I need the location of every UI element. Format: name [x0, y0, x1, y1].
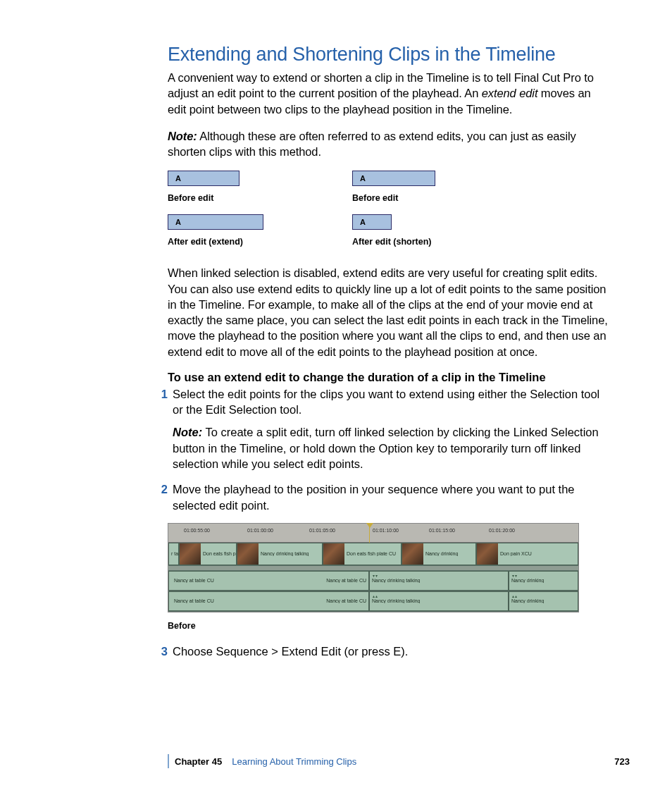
clip-name: Nancy drinking — [509, 598, 546, 603]
note-label: Note: — [168, 130, 197, 142]
clip-after-shorten: A After edit (shorten) — [352, 214, 432, 247]
audio-clip: Nancy at table CU Nancy at table CU — [168, 591, 369, 611]
clip-name: Don eats fish plate CU — [344, 551, 398, 556]
step-number: 2 — [156, 481, 173, 513]
audio-clip: ▾▾ Nancy drinking talking — [369, 571, 509, 591]
step-text: Select the edit points for the clips you… — [173, 386, 609, 418]
page-footer: Chapter 45 Learning About Trimming Clips… — [168, 754, 630, 768]
timecode: 01:01:00:00 — [247, 528, 273, 533]
clip-diagram-row-before: A Before edit A Before edit — [168, 171, 609, 203]
clip-label: A — [175, 218, 181, 226]
clip-caption: After edit (shorten) — [352, 237, 432, 247]
clip-thumbnail-icon — [180, 543, 201, 565]
note-label: Note: — [173, 426, 202, 438]
audio-clip: ▴▴ Nancy drinking talking — [369, 591, 509, 611]
timeline-ruler: 01:00:55:00 01:01:00:00 01:01:05:00 01:0… — [168, 524, 578, 543]
paragraph-split-edits: When linked selection is disabled, exten… — [168, 265, 609, 359]
clip-thumbnail-icon — [477, 543, 498, 565]
intro-paragraph: A convenient way to extend or shorten a … — [168, 70, 609, 117]
step-1: 1 Select the edit points for the clips y… — [168, 386, 609, 472]
step-2: 2 Move the playhead to the position in y… — [168, 481, 609, 513]
clip-name-end: Nancy at table CU — [324, 578, 368, 583]
track-divider — [168, 566, 578, 571]
clip-caption: Before edit — [352, 193, 435, 203]
section-title: Extending and Shortening Clips in the Ti… — [168, 44, 609, 66]
clip-thumbnail-icon — [323, 543, 344, 565]
audio-clip: Nancy at table CU Nancy at table CU — [168, 571, 369, 591]
clip-name: Nancy drinking talking — [370, 598, 422, 603]
clip-before-left: A Before edit — [168, 171, 239, 203]
step-text: Move the playhead to the position in you… — [173, 481, 609, 513]
clip-name: r tab — [169, 551, 178, 556]
clip-diagram-row-after: A After edit (extend) A After edit (shor… — [168, 214, 609, 247]
intro-emphasis: extend edit — [482, 87, 538, 99]
video-clip: Nancy drinking talking — [237, 543, 323, 565]
video-clip: Nancy drinking — [402, 543, 476, 565]
clip-a: A — [352, 214, 392, 230]
clip-name: Nancy at table CU — [172, 578, 216, 583]
audio-track-1: Nancy at table CU Nancy at table CU ▾▾ N… — [168, 571, 578, 591]
clip-name: Nancy at table CU — [172, 598, 216, 603]
clip-a: A — [352, 171, 435, 186]
clip-label: A — [360, 218, 366, 226]
clip-caption: Before edit — [168, 193, 239, 203]
video-clip: Don eats fish plate CU — [323, 543, 402, 565]
step-number: 1 — [156, 386, 173, 472]
audio-clip: ▴▴ Nancy drinking — [509, 591, 578, 611]
timecode: 01:00:55:00 — [184, 528, 210, 533]
timecode: 01:01:05:00 — [309, 528, 335, 533]
clip-thumbnail-icon — [402, 543, 423, 565]
stereo-link-icon: ▾▾ — [512, 573, 518, 578]
clip-name: Nancy drinking — [423, 551, 460, 556]
clip-a: A — [168, 214, 263, 230]
note-text: To create a split edit, turn off linked … — [173, 426, 599, 470]
step-3: 3 Choose Sequence > Extend Edit (or pres… — [168, 643, 609, 659]
timecode: 01:01:20:00 — [489, 528, 515, 533]
video-clip: r tab — [168, 543, 179, 565]
stereo-link-icon: ▴▴ — [512, 593, 518, 598]
clip-name-end: Nancy at table CU — [324, 598, 368, 603]
video-clip: Don pain XCU — [476, 543, 578, 565]
clip-name: Don eats fish p — [201, 551, 236, 556]
chapter-label: Chapter 45 — [175, 756, 222, 767]
video-clip: Don eats fish p — [179, 543, 237, 565]
clip-name: Don pain XCU — [498, 551, 534, 556]
clip-after-extend: A After edit (extend) — [168, 214, 263, 247]
audio-clip: ▾▾ Nancy drinking — [509, 571, 578, 591]
note-text: Although these are often referred to as … — [168, 130, 576, 158]
clip-a: A — [168, 171, 239, 186]
stereo-link-icon: ▴▴ — [373, 593, 378, 598]
clip-name: Nancy drinking talking — [370, 578, 422, 583]
clip-label: A — [175, 174, 181, 183]
stereo-link-icon: ▾▾ — [373, 573, 378, 578]
steps-heading: To use an extend edit to change the dura… — [168, 371, 609, 384]
clip-name: Nancy drinking — [509, 578, 546, 583]
clip-thumbnail-icon — [237, 543, 259, 565]
video-track: r tab Don eats fish p Nancy drinking tal… — [168, 543, 578, 566]
step-1-note: Note: To create a split edit, turn off l… — [173, 424, 609, 472]
note-paragraph-1: Note: Although these are often referred … — [168, 128, 609, 160]
step-number: 3 — [156, 643, 173, 659]
clip-before-right: A Before edit — [352, 171, 435, 203]
chapter-name: Learning About Trimming Clips — [232, 756, 356, 767]
clip-caption: After edit (extend) — [168, 237, 263, 247]
step-text: Choose Sequence > Extend Edit (or press … — [173, 643, 609, 659]
page-number: 723 — [614, 756, 630, 767]
footer-divider-icon — [168, 754, 169, 768]
figure-caption: Before — [168, 621, 609, 631]
page: Extending and Shortening Clips in the Ti… — [0, 0, 672, 807]
audio-track-2: Nancy at table CU Nancy at table CU ▴▴ N… — [168, 591, 578, 612]
clip-label: A — [360, 174, 366, 183]
clip-name: Nancy drinking talking — [259, 551, 311, 556]
timecode: 01:01:15:00 — [429, 528, 455, 533]
timeline-screenshot: 01:00:55:00 01:01:00:00 01:01:05:00 01:0… — [168, 523, 579, 612]
timecode: 01:01:10:00 — [373, 528, 399, 533]
